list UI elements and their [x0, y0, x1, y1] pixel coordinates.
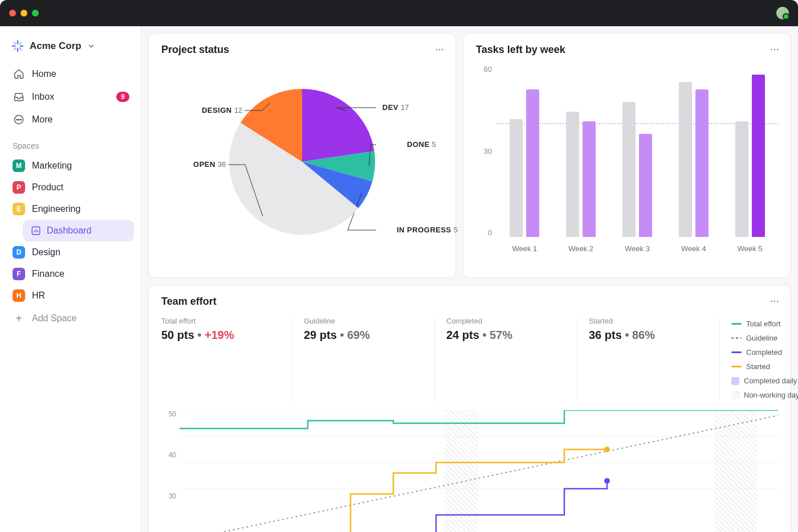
bar-group	[735, 65, 765, 237]
nav-label: Home	[32, 69, 56, 79]
bar-x-label: Week 4	[681, 244, 706, 253]
svg-line-7	[19, 43, 21, 44]
kpi-guideline: Guideline 29 pts • 69%	[304, 317, 435, 402]
kpi-delta: +19%	[205, 329, 234, 341]
team-effort-card: Team effort ⋯ Total effort 50 pts • +19%…	[148, 285, 791, 532]
legend-label: Started	[746, 362, 770, 371]
effort-legend: Total effort Guideline Completed Started…	[731, 317, 798, 402]
space-product[interactable]: P Product	[7, 177, 134, 198]
workspace-name: Acme Corp	[30, 40, 82, 52]
kpi-completed: Completed 24 pts • 57%	[446, 317, 577, 402]
kpi-label: Started	[589, 317, 708, 325]
legend-label: Total effort	[746, 320, 780, 328]
inbox-badge: 9	[116, 92, 129, 102]
space-badge-icon: D	[13, 246, 25, 259]
svg-point-10	[18, 119, 19, 120]
kpi-value: 24 pts	[446, 329, 479, 341]
kpi-pct: 86%	[632, 329, 655, 341]
nav-label: More	[32, 114, 52, 125]
workspace-switcher[interactable]: Acme Corp	[7, 35, 134, 63]
nav-more[interactable]: More	[7, 108, 134, 131]
space-label: Finance	[32, 269, 64, 279]
space-label: Marketing	[32, 161, 72, 171]
titlebar	[0, 0, 798, 26]
bar	[752, 75, 765, 237]
pie-slice-label: DONE 5	[407, 140, 436, 149]
pie-chart: DEV 17DONE 5IN PROGRESS 5OPEN 36DESIGN 1…	[161, 65, 443, 259]
sidebar-item-dashboard[interactable]: Dashboard	[23, 220, 134, 242]
legend-label: Completed daily	[744, 377, 797, 385]
card-menu-button[interactable]: ⋯	[770, 296, 780, 306]
space-hr[interactable]: H HR	[7, 285, 134, 306]
space-marketing[interactable]: M Marketing	[7, 155, 134, 177]
plus-icon: +	[13, 312, 25, 325]
pie-slice-label: OPEN 36	[193, 160, 226, 169]
bar-y-axis: 60300	[476, 65, 496, 253]
nav-label: Inbox	[32, 92, 54, 102]
workspace-logo-icon	[11, 40, 24, 52]
space-label: HR	[32, 290, 45, 301]
kpi-pct: 69%	[347, 329, 370, 341]
bar	[526, 89, 539, 237]
nav-inbox[interactable]: Inbox 9	[7, 85, 134, 108]
space-label: Product	[32, 182, 63, 193]
kpi-pct: 57%	[490, 329, 512, 341]
pie-slice-label: DEV 17	[382, 103, 409, 112]
bar-group	[566, 65, 596, 237]
kpi-total-effort: Total effort 50 pts • +19%	[161, 317, 292, 402]
bar-group	[622, 65, 652, 237]
bar	[510, 119, 523, 237]
bar-x-label: Week 1	[512, 244, 537, 253]
bar	[639, 134, 652, 237]
bar	[695, 89, 709, 237]
add-space-label: Add Space	[32, 313, 76, 324]
pie-slice-label: DESIGN 12	[202, 106, 242, 114]
more-icon	[13, 113, 25, 126]
kpi-value: 29 pts	[304, 329, 337, 341]
kpi-started: Started 36 pts • 86%	[589, 317, 720, 402]
nav-home[interactable]: Home	[7, 63, 134, 85]
space-engineering[interactable]: E Engineering	[7, 198, 134, 220]
space-finance[interactable]: F Finance	[7, 263, 134, 285]
svg-point-9	[17, 119, 18, 120]
bar	[566, 112, 579, 237]
space-design[interactable]: D Design	[7, 242, 134, 263]
card-title: Tasks left by week	[476, 44, 778, 56]
close-window-button[interactable]	[9, 10, 16, 17]
bar-chart: Week 1Week 2Week 3Week 4Week 5	[496, 65, 778, 253]
minimize-window-button[interactable]	[21, 10, 27, 17]
bar	[735, 121, 748, 237]
main-content: Project status ⋯ DEV 17DONE 5IN PROGRESS…	[141, 26, 798, 532]
bar-x-label: Week 5	[738, 244, 763, 253]
maximize-window-button[interactable]	[32, 10, 39, 17]
home-icon	[13, 68, 25, 80]
kpi-label: Guideline	[304, 317, 423, 325]
kpi-value: 50 pts	[161, 329, 194, 341]
project-status-card: Project status ⋯ DEV 17DONE 5IN PROGRESS…	[148, 33, 456, 278]
line-chart	[180, 410, 778, 532]
legend-label: Non-working days	[744, 391, 798, 399]
dashboard-label: Dashboard	[47, 226, 91, 236]
space-badge-icon: H	[13, 289, 25, 302]
add-space-button[interactable]: + Add Space	[7, 306, 134, 330]
window-controls	[9, 10, 39, 17]
legend-label: Guideline	[746, 334, 777, 342]
card-title: Team effort	[161, 296, 778, 308]
space-label: Design	[32, 247, 60, 257]
line-y-axis: 50403020	[161, 410, 180, 532]
bar	[622, 102, 636, 237]
kpi-label: Total effort	[161, 317, 280, 325]
space-badge-icon: F	[13, 268, 25, 280]
svg-point-21	[604, 447, 610, 452]
space-label: Engineering	[32, 204, 80, 214]
card-menu-button[interactable]: ⋯	[770, 44, 780, 55]
card-menu-button[interactable]: ⋯	[435, 44, 445, 55]
user-avatar[interactable]	[776, 7, 789, 19]
svg-point-11	[21, 119, 22, 120]
pie-slice-label: IN PROGRESS 5	[397, 226, 458, 234]
chevron-down-icon	[87, 42, 95, 50]
bar-x-label: Week 2	[568, 244, 593, 253]
kpi-value: 36 pts	[589, 329, 622, 341]
bar	[583, 121, 596, 237]
space-badge-icon: P	[13, 181, 25, 194]
